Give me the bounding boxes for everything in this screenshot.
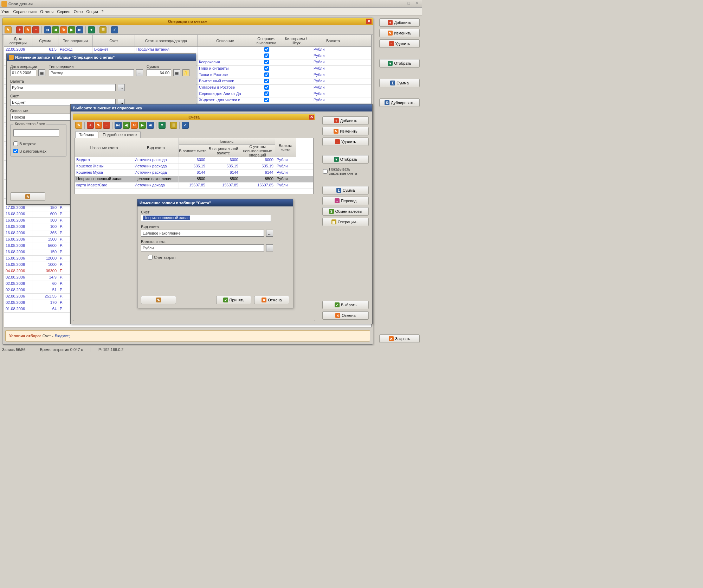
hdr-kg[interactable]: Килограмм / Штук: [280, 35, 312, 46]
acct-name-input[interactable]: Неприкосновенный запас: [141, 215, 271, 222]
lookup-icon[interactable]: …: [266, 230, 273, 237]
ref-edit-button[interactable]: ✎Изменить: [322, 127, 369, 135]
tab-table[interactable]: Таблица: [75, 131, 98, 138]
tb-edit-icon[interactable]: ✎: [95, 122, 102, 129]
menu-sprav[interactable]: Справочники: [13, 9, 37, 14]
date-input[interactable]: [10, 69, 36, 76]
accts-close-icon[interactable]: ✕: [309, 115, 314, 120]
nav-refresh-icon[interactable]: ↻: [60, 26, 67, 33]
brush-icon[interactable]: ✎: [5, 26, 12, 33]
hdr-cur[interactable]: Валюта: [312, 35, 354, 46]
tb-check-icon[interactable]: ✓: [111, 26, 118, 33]
type-input[interactable]: [49, 69, 134, 76]
hdr-sum[interactable]: Сумма: [32, 35, 58, 46]
ref-transfer-button[interactable]: →Перевод: [322, 197, 369, 205]
dlg-icon: [9, 55, 14, 60]
table-row[interactable]: Неприкосновенный запасЦелевое накопление…: [75, 176, 313, 183]
tab-detail[interactable]: Подробнее о счете: [99, 131, 141, 138]
menu-opc[interactable]: Опции: [86, 9, 98, 14]
tb-check-icon[interactable]: ✓: [182, 122, 189, 129]
filter-button[interactable]: ▼Отобрать: [379, 59, 420, 68]
acct-cur-input[interactable]: [141, 244, 264, 251]
nav-next-icon[interactable]: ▶: [68, 26, 75, 33]
add-button[interactable]: +Добавить: [379, 18, 420, 27]
edit-icon: ✎: [334, 129, 338, 134]
tb-add-icon[interactable]: +: [87, 122, 94, 129]
cb-show-closed[interactable]: [323, 169, 328, 174]
currency-input[interactable]: [10, 84, 116, 91]
nav-prev-icon[interactable]: ◀: [52, 26, 59, 33]
ops-titlebar: Операции по счетам ✕: [2, 18, 373, 25]
sum-button[interactable]: ΣСумма: [379, 79, 420, 87]
cb-pieces[interactable]: [13, 141, 18, 146]
table-row[interactable]: Кошелек МужаИсточник расхода614461446144…: [75, 170, 313, 176]
lookup-icon[interactable]: …: [118, 84, 125, 91]
table-row[interactable]: 22.08.200661.5РасходБюджетПродукты питан…: [4, 47, 371, 53]
cb-kg[interactable]: [13, 149, 18, 153]
close-button[interactable]: ✕Закрыть: [379, 334, 420, 343]
nav-last-icon[interactable]: ⏭: [76, 26, 83, 33]
tb-funnel-icon[interactable]: ▼: [159, 122, 166, 129]
statusbar: Запись 56/56 Время открытия 0.047 с IP: …: [0, 346, 422, 353]
nav-next-icon[interactable]: ▶: [139, 122, 146, 129]
ref-exchange-button[interactable]: $Обмен валюты: [322, 207, 369, 216]
nav-refresh-icon[interactable]: ↻: [131, 122, 138, 129]
accept-button[interactable]: ✓Принять: [216, 296, 251, 304]
copy-icon: ⧉: [385, 100, 389, 105]
lookup-icon[interactable]: …: [266, 244, 273, 251]
calendar-icon[interactable]: ▦: [38, 69, 45, 76]
lookup-icon[interactable]: …: [136, 69, 143, 76]
ref-del-button[interactable]: –Удалить: [322, 138, 369, 146]
tb-grp-icon[interactable]: ☰: [170, 122, 177, 129]
cancel-button[interactable]: ✕Отмена: [254, 296, 289, 304]
acct-kind-input[interactable]: [141, 230, 264, 237]
ref-select-button[interactable]: ✓Выбрать: [322, 301, 369, 309]
wizard-icon[interactable]: ✨: [182, 69, 189, 76]
qty-input[interactable]: [13, 129, 59, 136]
ref-ops-button[interactable]: ▦Операции…: [322, 218, 369, 226]
menu-help[interactable]: ?: [102, 9, 104, 14]
ops-close-icon[interactable]: ✕: [366, 19, 372, 24]
delete-button[interactable]: –Удалить: [379, 39, 420, 48]
brush-icon[interactable]: ✎: [75, 122, 82, 129]
minimize-icon[interactable]: _: [397, 1, 404, 7]
ref-cancel-button[interactable]: ✕Отмена: [322, 311, 369, 320]
tb-del-icon[interactable]: –: [103, 122, 110, 129]
cb-acct-closed[interactable]: [148, 255, 153, 260]
hdr-done[interactable]: Операция выполнена: [253, 35, 280, 46]
menu-uchet[interactable]: Учет: [1, 9, 10, 14]
close-icon: ✕: [389, 336, 394, 341]
calc-icon[interactable]: ▦: [173, 69, 180, 76]
brush-button[interactable]: ✎: [141, 296, 176, 304]
close-icon[interactable]: ✕: [413, 1, 420, 7]
table-row[interactable]: карта MasterCardИсточник дохода15697.851…: [75, 183, 313, 189]
ref-add-button[interactable]: +Добавить: [322, 116, 369, 125]
hdr-date[interactable]: Дата операции: [4, 35, 32, 46]
tb-funnel-icon[interactable]: ▼: [88, 26, 95, 33]
ref-filter-button[interactable]: ▼Отобрать: [322, 155, 369, 164]
table-row[interactable]: БюджетИсточник расхода600060006000Рубли: [75, 157, 313, 164]
tb-add-icon[interactable]: +: [16, 26, 23, 33]
nav-last-icon[interactable]: ⏭: [147, 122, 154, 129]
tb-grp-icon[interactable]: ☰: [99, 26, 107, 33]
hdr-art[interactable]: Статья расхода/дохода: [135, 35, 198, 46]
table-row[interactable]: Кошелек ЖеныИсточник расхода535.19535.19…: [75, 164, 313, 170]
hdr-desc[interactable]: Описание: [198, 35, 253, 46]
tb-del-icon[interactable]: –: [32, 26, 39, 33]
nav-prev-icon[interactable]: ◀: [123, 122, 130, 129]
menu-okno[interactable]: Окно: [74, 9, 83, 14]
nav-first-icon[interactable]: ⏮: [115, 122, 122, 129]
brush-button[interactable]: ✎: [10, 192, 45, 201]
tb-edit-icon[interactable]: ✎: [24, 26, 31, 33]
menu-serv[interactable]: Сервис: [57, 9, 70, 14]
menu-otch[interactable]: Отчеты: [40, 9, 53, 14]
hdr-type[interactable]: Тип операции: [58, 35, 93, 46]
sum-icon: Σ: [336, 188, 341, 193]
maximize-icon[interactable]: □: [405, 1, 412, 7]
hdr-acct[interactable]: Счет: [93, 35, 135, 46]
ref-sum-button[interactable]: ΣСумма: [322, 186, 369, 194]
nav-first-icon[interactable]: ⏮: [44, 26, 51, 33]
edit-button[interactable]: ✎Изменить: [379, 29, 420, 37]
duplicate-button[interactable]: ⧉Дублировать: [379, 98, 420, 107]
sum-input[interactable]: [147, 69, 171, 76]
